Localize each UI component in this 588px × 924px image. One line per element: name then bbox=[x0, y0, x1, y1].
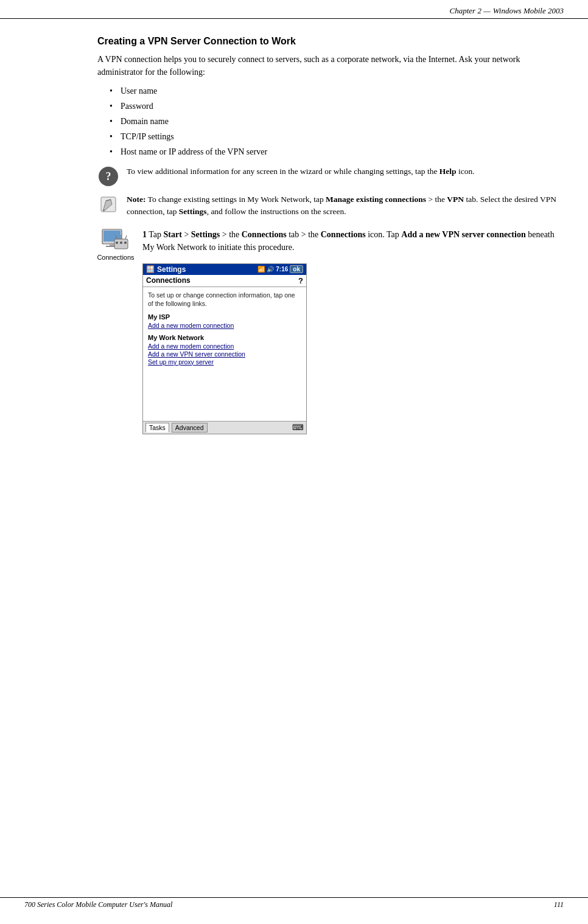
step-1-content: 1 Tap Start > Settings > the Connections… bbox=[142, 228, 564, 434]
connections-icon-svg bbox=[101, 228, 130, 251]
main-content: Creating a VPN Server Connection to Work… bbox=[0, 19, 588, 477]
list-item: Password bbox=[110, 100, 564, 113]
phone-app-name: Settings bbox=[157, 265, 186, 274]
svg-point-10 bbox=[116, 241, 118, 244]
question-mark-icon: ? bbox=[99, 167, 118, 186]
phone-tabs: Tasks Advanced bbox=[145, 423, 208, 432]
phone-my-isp-label: My ISP bbox=[148, 313, 301, 321]
phone-screen-title: Connections bbox=[146, 276, 191, 285]
phone-work-section: My Work Network Add a new modem connecti… bbox=[148, 334, 301, 366]
svg-point-11 bbox=[120, 241, 122, 244]
phone-titlebar-icons: 📶 🔊 7:16 ok bbox=[257, 265, 303, 273]
speaker-icon: 🔊 bbox=[267, 266, 274, 273]
tip-text: To view additional information for any s… bbox=[127, 165, 564, 178]
phone-screenshot: 🪟 Settings 📶 🔊 7:16 ok Connections ? bbox=[142, 263, 307, 434]
phone-screen-titlebar: Connections ? bbox=[143, 275, 306, 287]
note-row: Note: To change existing settings in My … bbox=[97, 193, 564, 218]
section-title: Creating a VPN Server Connection to Work bbox=[97, 36, 564, 47]
phone-isp-link[interactable]: Add a new modem connection bbox=[148, 322, 301, 329]
page-header: Chapter 2 — Windows Mobile 2003 bbox=[0, 0, 588, 19]
connections-icon-container: Connections bbox=[97, 228, 134, 261]
tip-row: ? To view additional information for any… bbox=[97, 165, 564, 187]
connections-label: Connections bbox=[97, 254, 134, 261]
phone-titlebar: 🪟 Settings 📶 🔊 7:16 ok bbox=[143, 264, 306, 275]
phone-tab-advanced[interactable]: Advanced bbox=[172, 423, 208, 432]
list-item: Host name or IP address of the VPN serve… bbox=[110, 145, 564, 158]
phone-title-left: 🪟 Settings bbox=[146, 265, 186, 274]
phone-body: To set up or change connection informati… bbox=[143, 287, 306, 421]
pencil-icon bbox=[97, 193, 119, 215]
step-1-text: 1 Tap Start > Settings > the Connections… bbox=[142, 228, 564, 254]
list-item: TCP/IP settings bbox=[110, 130, 564, 143]
phone-time: 7:16 bbox=[276, 266, 288, 273]
requirements-list: User name Password Domain name TCP/IP se… bbox=[110, 85, 564, 158]
svg-point-12 bbox=[124, 241, 127, 244]
step-1-row: Connections 1 Tap Start > Settings > the… bbox=[97, 228, 564, 434]
phone-work-link-1[interactable]: Add a new VPN server connection bbox=[148, 350, 301, 358]
header-chapter-topic: Windows Mobile 2003 bbox=[493, 6, 564, 16]
signal-icon: 📶 bbox=[257, 266, 265, 273]
phone-instruction-text: To set up or change connection informati… bbox=[148, 291, 301, 308]
phone-keyboard-icon[interactable]: ⌨ bbox=[292, 423, 304, 432]
list-item: User name bbox=[110, 85, 564, 97]
phone-help-icon[interactable]: ? bbox=[298, 276, 303, 285]
footer-left: 700 Series Color Mobile Computer User's … bbox=[24, 900, 172, 909]
intro-paragraph: A VPN connection helps you to securely c… bbox=[97, 53, 564, 78]
pencil-icon-svg bbox=[97, 193, 119, 215]
phone-work-link-2[interactable]: Set up my proxy server bbox=[148, 358, 301, 366]
footer-page-number: 111 bbox=[554, 900, 564, 909]
svg-rect-7 bbox=[110, 244, 114, 246]
phone-work-label: My Work Network bbox=[148, 334, 301, 341]
phone-bottom-bar: Tasks Advanced ⌨ bbox=[143, 421, 306, 434]
help-icon: ? bbox=[97, 165, 119, 187]
windows-flag-icon: 🪟 bbox=[146, 265, 155, 273]
note-text: Note: To change existing settings in My … bbox=[127, 193, 564, 218]
svg-line-15 bbox=[125, 235, 127, 239]
phone-tab-tasks[interactable]: Tasks bbox=[145, 423, 169, 432]
page-footer: 700 Series Color Mobile Computer User's … bbox=[0, 897, 588, 912]
header-chapter-label: Chapter 2 — bbox=[450, 6, 491, 16]
phone-work-link-0[interactable]: Add a new modem connection bbox=[148, 342, 301, 350]
list-item: Domain name bbox=[110, 115, 564, 128]
phone-ok-button[interactable]: ok bbox=[290, 265, 303, 273]
